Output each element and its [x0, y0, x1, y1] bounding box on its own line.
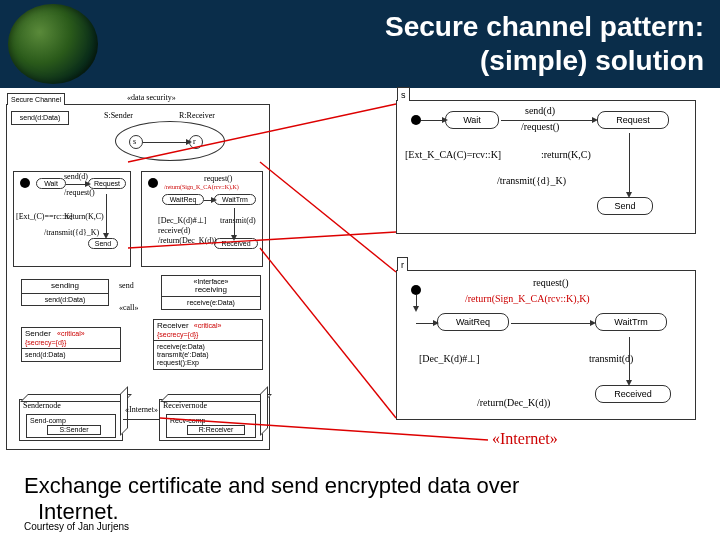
state-wait: Wait	[36, 178, 66, 189]
s-arrow-wait-req	[501, 120, 593, 121]
sender-statechart: Wait Request Send send(d) /request() [Ex…	[13, 171, 131, 267]
recv-comp-label: Recv-comp	[170, 417, 205, 424]
send-interface-box: send(d:Data)	[11, 111, 69, 125]
sender-class: Sender «critical» {secrecy={d}} send(d:D…	[21, 327, 121, 362]
receiver-row1: transmit(e':Data)	[157, 351, 259, 359]
ev-request: /request()	[64, 188, 95, 197]
iface-sending-row: send(d:Data)	[25, 296, 105, 304]
ev-transmit: /transmit({d}_K)	[44, 228, 99, 237]
role-s-text: s	[133, 137, 136, 146]
receiver-name: Receiver	[157, 321, 189, 330]
iface-recv-title: receiving	[165, 286, 257, 295]
caption-text: Exchange certificate and send encrypted …	[24, 473, 519, 524]
iface-sending-title: sending	[25, 282, 105, 291]
deploy-link-label: «Internet»	[125, 405, 158, 414]
r-ev-dec: [Dec_K(d)#⊥]	[419, 353, 480, 364]
send-iface-row: send(d:Data)	[15, 114, 65, 122]
statechart-r: r WaitReq WaitTrm Received request() /re…	[396, 270, 696, 420]
diagram-area: Secure Channel «data security» send(d:Da…	[0, 88, 720, 462]
ev-retsign-s: /return(Sign_K_CA(rcv::K),K)	[164, 184, 239, 190]
s-initial-icon	[411, 115, 421, 125]
r-waittrm: WaitTrm	[595, 313, 667, 331]
state-waitreq-s: WaitReq	[162, 194, 204, 205]
ev-trans-s: transmit(d)	[220, 216, 256, 225]
data-security-stereotype: «data security»	[127, 93, 176, 102]
send-comp-label: Send-comp	[30, 417, 66, 424]
r-ev-trans: transmit(d)	[589, 353, 633, 364]
s-arrow-init	[421, 120, 443, 121]
tab-r: r	[397, 257, 408, 271]
receiver-statechart-small: WaitReq WaitTrm Received request() /retu…	[141, 171, 263, 267]
ev-retdec-s: /return(Dec_K(d))	[158, 236, 217, 245]
arrow-wr-wt	[204, 200, 212, 201]
state-waittrm-s: WaitTrm	[214, 194, 256, 205]
r-arrow-init-d	[416, 295, 417, 307]
receiver-secrecy: {secrecy={d}}	[157, 331, 259, 339]
slide-header: Secure channel pattern: (simple) solutio…	[0, 0, 720, 88]
sender-name: Sender	[25, 329, 51, 338]
sendernode-label: Sendernode	[23, 401, 61, 410]
iface-recv-row: receive(e:Data)	[165, 299, 257, 307]
s-wait: Wait	[445, 111, 499, 129]
s-request: Request	[597, 111, 669, 129]
arrow-wait-req	[66, 184, 86, 185]
s-send: Send	[597, 197, 653, 215]
sender-stereo: «critical»	[57, 330, 85, 337]
courtesy-text: Courtesy of Jan Jurjens	[24, 521, 129, 532]
arrow-req-send	[106, 194, 107, 234]
s-sender: S:Sender	[47, 425, 101, 435]
r-waitreq: WaitReq	[437, 313, 509, 331]
send-comp: Send-comp S:Sender	[26, 414, 116, 438]
deploy-link-line	[123, 419, 159, 420]
r-arrow-wt-rcv	[629, 337, 630, 381]
receiver-node: Receivernode Recv-comp R:Receiver	[159, 399, 263, 441]
sender-row: send(d:Data)	[25, 351, 117, 359]
statechart-s: s Wait Request Send send(d) /request() […	[396, 100, 696, 234]
sender-secrecy: {secrecy={d}}	[25, 339, 117, 347]
sender-node: Sendernode Send-comp S:Sender	[19, 399, 123, 441]
r-ev-request: request()	[533, 277, 569, 288]
ev-request-s: request()	[204, 174, 232, 183]
s-ev-ext: [Ext_K_CA(C)=rcv::K]	[405, 149, 501, 160]
receiver-row2: request():Exp	[157, 359, 259, 367]
s-ev-request: /request()	[521, 121, 559, 132]
initial-node-icon-2	[148, 178, 158, 188]
s-ev-send: send(d)	[525, 105, 555, 116]
svg-line-3	[260, 248, 396, 418]
ev-dec-s: [Dec_K(d)#⊥]	[158, 216, 206, 225]
r-ev-retsign: /return(Sign_K_CA(rcv::K),K)	[465, 293, 590, 304]
actor-receiver-label: R:Receiver	[179, 111, 215, 120]
r-ev-retdec: /return(Dec_K(d))	[477, 397, 550, 408]
r-arrow-init	[416, 323, 434, 324]
ev-send: send(d)	[64, 172, 88, 181]
r-arrow-wr-wt	[511, 323, 591, 324]
role-r-text: r	[193, 137, 196, 146]
state-send: Send	[88, 238, 118, 249]
panel-tab: Secure Channel	[7, 93, 65, 105]
collab-arrow	[143, 142, 187, 143]
assoc-call: «call»	[119, 303, 139, 312]
arrow-wt-rcv	[234, 208, 235, 236]
secure-channel-panel: Secure Channel «data security» send(d:Da…	[6, 104, 270, 450]
initial-node-icon	[20, 178, 30, 188]
iface-sending: sending send(d:Data)	[21, 279, 109, 306]
ev-recv-s: receive(d)	[158, 226, 190, 235]
title-line-2: (simple) solution	[385, 44, 704, 78]
r-receiver: R:Receiver	[187, 425, 245, 435]
caption-line2: Internet.	[38, 499, 119, 524]
r-initial-icon	[411, 285, 421, 295]
svg-line-2	[260, 162, 396, 272]
slide-title: Secure channel pattern: (simple) solutio…	[385, 10, 704, 77]
assoc-send: send	[119, 281, 134, 290]
caption-line1: Exchange certificate and send encrypted …	[24, 473, 519, 498]
ev-return: :return(K,C)	[64, 212, 104, 221]
title-line-1: Secure channel pattern:	[385, 11, 704, 42]
r-received: Received	[595, 385, 671, 403]
s-ev-transmit: /transmit({d}_K)	[497, 175, 566, 186]
tab-s: s	[397, 87, 410, 101]
s-arrow-req-send	[629, 133, 630, 193]
recvnode-label: Receivernode	[163, 401, 207, 410]
internet-label: «Internet»	[492, 430, 558, 448]
receiver-row0: receive(e:Data)	[157, 343, 259, 351]
iface-receiving: «Interface» receiving receive(e:Data)	[161, 275, 261, 310]
